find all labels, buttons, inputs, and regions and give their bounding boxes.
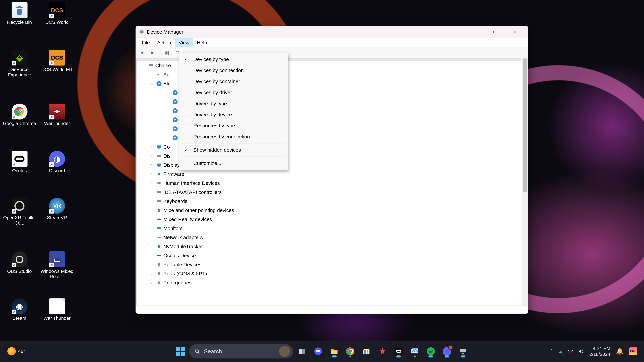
tray-overflow-icon[interactable]: ˄ — [550, 349, 553, 354]
desktop-icon-wmr[interactable]: ▭↗ Windows Mixed Reali... — [40, 251, 74, 279]
taskbar-app-explorer[interactable] — [327, 344, 342, 359]
taskbar-app-oculus[interactable] — [392, 344, 406, 359]
view-menu-item[interactable]: •Devices by type — [179, 54, 288, 65]
desktop-icon-obs[interactable]: ↗ OBS Studio — [3, 251, 36, 274]
monitor-icon — [410, 347, 419, 356]
close-button[interactable] — [505, 26, 525, 38]
scrollbar-thumb[interactable] — [523, 58, 528, 192]
desktop-icon-steamvr[interactable]: VR↗ SteamVR — [40, 198, 74, 220]
expand-toggle-icon[interactable]: › — [149, 281, 155, 285]
tree-item[interactable]: ›NvModuleTracker — [136, 242, 521, 251]
view-menu-item[interactable]: Devices by driver — [179, 87, 288, 98]
desktop-icon-dcs[interactable]: DCS↗ DCS World — [40, 2, 74, 25]
expand-toggle-icon[interactable]: › — [149, 244, 155, 249]
category-icon — [156, 180, 162, 186]
desktop-icon-discord[interactable]: ◑↗ Discord — [40, 151, 74, 173]
svg-rect-31 — [158, 246, 160, 247]
tree-item[interactable]: ›Portable Devices — [136, 260, 521, 269]
menu-help[interactable]: Help — [193, 38, 211, 47]
view-menu-item[interactable]: ✓Show hidden devices — [179, 144, 288, 156]
title-bar[interactable]: Device Manager — [136, 26, 528, 38]
desktop-icon-dcs-mt[interactable]: DCS↗ DCS World MT — [40, 50, 74, 72]
tree-item[interactable]: ›Monitors — [136, 224, 521, 233]
expand-toggle-icon[interactable]: ⌄ — [141, 63, 146, 68]
tree-item[interactable]: ›Network adapters — [136, 233, 521, 242]
expand-toggle-icon[interactable]: ⌄ — [149, 81, 155, 86]
desktop-icon-steam[interactable]: ◉↗ Steam — [3, 298, 36, 321]
tree-item[interactable]: ›Firmware — [136, 170, 521, 179]
desktop-icon-oculus[interactable]: ↗ Oculus — [3, 151, 36, 173]
category-icon — [156, 216, 162, 222]
task-view-button[interactable] — [295, 344, 309, 359]
tree-item[interactable]: ›Ports (COM & LPT) — [136, 269, 521, 278]
tree-item[interactable]: ›Human Interface Devices — [136, 179, 521, 188]
tray-extra-icon[interactable]: PRE — [629, 347, 637, 355]
view-menu-item[interactable]: Drivers by device — [179, 109, 288, 120]
desktop-icon-geforce[interactable]: ⬙↗ GeForce Experience — [3, 50, 36, 78]
tree-item[interactable]: ›Mixed Reality devices — [136, 215, 521, 224]
expand-toggle-icon[interactable]: › — [149, 226, 155, 231]
expand-toggle-icon[interactable]: › — [149, 263, 155, 267]
taskbar-app-chrome[interactable] — [343, 344, 358, 359]
svg-rect-50 — [364, 352, 366, 354]
expand-toggle-icon[interactable]: › — [149, 181, 155, 185]
desktop-icon-openxr[interactable]: ↗ OpenXR Toolkit Co... — [3, 198, 36, 226]
wifi-icon[interactable] — [568, 349, 573, 354]
vertical-scrollbar[interactable] — [522, 58, 528, 306]
category-icon — [156, 198, 162, 204]
show-hide-console-tree-button[interactable]: ▦ — [162, 49, 171, 56]
desktop-icon-recycle-bin[interactable]: Recycle Bin — [3, 2, 36, 25]
tree-item-label: Portable Devices — [163, 262, 202, 268]
expand-toggle-icon[interactable]: › — [149, 235, 155, 240]
desktop-icon-chrome[interactable]: ↗ Google Chrome — [3, 104, 36, 126]
svg-point-3 — [18, 111, 20, 113]
view-menu-item[interactable]: Customize... — [179, 158, 288, 169]
expand-toggle-icon[interactable]: › — [149, 145, 155, 149]
expand-toggle-icon[interactable]: › — [149, 172, 155, 176]
expand-toggle-icon[interactable]: › — [149, 154, 155, 158]
view-menu-item[interactable]: Drivers by type — [179, 98, 288, 109]
menu-view[interactable]: View — [175, 38, 193, 47]
menu-file[interactable]: File — [138, 38, 154, 47]
taskbar-app-device-manager[interactable] — [456, 344, 470, 359]
expand-toggle-icon[interactable]: › — [149, 253, 155, 258]
tree-item[interactable]: ›Print queues — [136, 278, 521, 287]
desktop-icon-warthunder-file[interactable]: War Thunder — [40, 298, 74, 321]
notifications-icon[interactable]: 🔔 — [616, 348, 624, 355]
view-menu-item[interactable]: Resources by connection — [179, 131, 288, 142]
taskbar-app-chat[interactable] — [311, 344, 325, 359]
menu-action[interactable]: Action — [154, 38, 175, 47]
view-menu-item[interactable]: Devices by connection — [179, 65, 288, 76]
onedrive-icon[interactable]: ☁ — [558, 349, 563, 354]
view-menu-item[interactable]: Devices by container — [179, 76, 288, 87]
expand-toggle-icon[interactable]: › — [149, 217, 155, 222]
maximize-button[interactable] — [484, 26, 505, 38]
expand-toggle-icon[interactable]: › — [149, 72, 155, 77]
taskbar-app-spotify[interactable] — [424, 344, 438, 359]
forward-button[interactable]: ► — [148, 49, 157, 56]
minimize-button[interactable] — [464, 26, 484, 38]
tree-item[interactable]: ›Mice and other pointing devices — [136, 206, 521, 215]
taskbar-app-monitor[interactable] — [408, 344, 422, 359]
icon-label: DCS World MT — [41, 67, 73, 72]
system-tray[interactable]: ˄ ☁ — [550, 349, 584, 354]
taskbar-app-game[interactable] — [375, 344, 390, 359]
volume-icon[interactable] — [578, 349, 584, 354]
desktop-icon-warthunder[interactable]: ✦↗ WarThunder — [40, 104, 74, 126]
expand-toggle-icon[interactable]: › — [149, 272, 155, 276]
tree-item[interactable]: ›Oculus Device — [136, 251, 521, 260]
expand-toggle-icon[interactable]: › — [149, 190, 155, 194]
view-menu-item[interactable]: Resources by type — [179, 120, 288, 131]
tree-item[interactable]: ›IDE ATA/ATAPI controllers — [136, 188, 521, 197]
tree-item[interactable]: ›Keyboards — [136, 197, 521, 206]
expand-toggle-icon[interactable]: › — [149, 208, 155, 213]
taskbar-clock[interactable]: 4:24 PM 2/18/2024 — [589, 346, 610, 357]
taskbar-app-discord[interactable] — [440, 344, 454, 359]
taskbar-app-store[interactable] — [359, 344, 374, 359]
weather-widget[interactable]: 48° — [8, 347, 25, 356]
taskbar-search[interactable]: Search — [189, 344, 293, 359]
back-button[interactable]: ◄ — [137, 49, 146, 56]
start-button[interactable] — [174, 345, 188, 358]
expand-toggle-icon[interactable]: › — [149, 163, 155, 167]
expand-toggle-icon[interactable]: › — [149, 199, 155, 203]
